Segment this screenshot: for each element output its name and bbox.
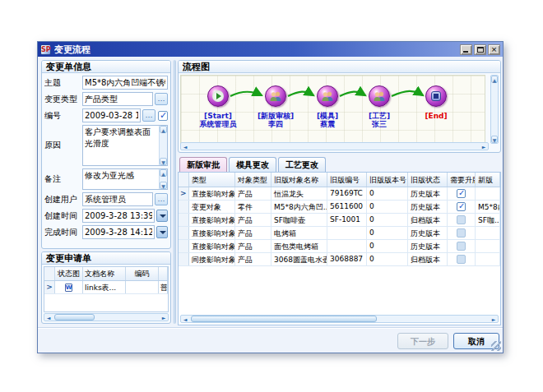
- remark-textarea[interactable]: 修改为亚光感: [83, 169, 159, 189]
- node-label-end: [End]: [403, 112, 469, 120]
- flow-node-craft[interactable]: [369, 85, 390, 107]
- table-row[interactable]: 间接影响对象 产品 3068圆盖电水壶 3068887 0 归档版本: [179, 253, 500, 266]
- flow-node-end[interactable]: [425, 85, 447, 107]
- status-icon-header[interactable]: 状态图: [55, 267, 83, 280]
- resize-grip[interactable]: [491, 341, 501, 351]
- number-label: 编号: [44, 110, 82, 122]
- doc-name-cell: links表...: [83, 281, 126, 293]
- users-icon: [321, 91, 334, 102]
- upgrade-checkbox[interactable]: [457, 255, 466, 264]
- change-process-window: SP 变更流程 × 变更单信息 主题 变更类型 … 编号: [37, 41, 504, 353]
- scroll-up-icon[interactable]: ▲: [491, 76, 498, 83]
- old-name-header[interactable]: 旧版对象名称: [272, 173, 327, 187]
- table-row[interactable]: > W links表... 普通: [44, 281, 168, 294]
- titlebar[interactable]: SP 变更流程 ×: [38, 42, 503, 57]
- new-name-header[interactable]: 新版: [476, 173, 500, 187]
- scroll-down-icon[interactable]: ▼: [160, 182, 167, 189]
- scroll-up-icon[interactable]: ▲: [160, 126, 167, 133]
- change-type-input[interactable]: [82, 92, 153, 106]
- end-icon: [431, 91, 441, 101]
- table-header-row: 状态图 文档名称 编码: [44, 267, 168, 281]
- tab-mold-change[interactable]: 模具更改: [229, 157, 276, 172]
- next-button[interactable]: 下一步: [397, 333, 448, 349]
- node-label-start: [Start]系统管理员: [185, 112, 251, 128]
- finish-time-label: 完成时间: [44, 227, 82, 238]
- flow-node-mold[interactable]: [317, 85, 338, 107]
- tabstrip: 新版审批 模具更改 工艺更改: [179, 157, 501, 172]
- creator-browse-button[interactable]: …: [155, 193, 168, 205]
- objects-table-hscrollbar[interactable]: ◄ ►: [180, 315, 499, 323]
- scroll-right-icon[interactable]: ►: [490, 316, 498, 322]
- code-header[interactable]: 编码: [126, 267, 159, 280]
- number-browse-button[interactable]: …: [142, 109, 155, 122]
- reason-textarea[interactable]: 客户要求调整表面光滑度: [83, 126, 159, 165]
- flow-node-review[interactable]: [265, 85, 286, 107]
- scroll-left-icon[interactable]: ◄: [181, 143, 189, 150]
- row-selector: >: [44, 281, 55, 293]
- close-button[interactable]: ×: [488, 44, 500, 55]
- group-title: 变更单信息: [42, 61, 170, 73]
- upgrade-checkbox[interactable]: [457, 242, 466, 251]
- users-icon: [373, 91, 386, 102]
- number-checkbox[interactable]: [158, 111, 168, 121]
- flow-node-start[interactable]: [207, 85, 229, 107]
- type-header[interactable]: 类型: [189, 173, 235, 187]
- reason-scrollbar[interactable]: ▲ ▼: [159, 126, 167, 165]
- old-status-header[interactable]: 旧版状态: [408, 173, 448, 187]
- flow-chart-group: 流程图: [178, 60, 501, 153]
- create-time-label: 创建时间: [44, 210, 82, 222]
- panel-splitter[interactable]: [173, 60, 176, 324]
- flow-hscrollbar[interactable]: ◄ ►: [180, 142, 489, 150]
- flow-vscrollbar[interactable]: ▲ ▼: [490, 75, 499, 144]
- tab-craft-change[interactable]: 工艺更改: [278, 157, 326, 172]
- create-time-dropdown-button[interactable]: [156, 210, 168, 222]
- upgrade-checkbox[interactable]: [457, 189, 466, 198]
- finish-time-input[interactable]: [82, 225, 155, 239]
- code-cell: [126, 281, 159, 293]
- table-row[interactable]: 变更对象 零件 M5*8内六角凹... 5611600 0 历史版本 M5*8内…: [179, 201, 500, 214]
- scroll-right-icon[interactable]: ►: [480, 143, 488, 150]
- tab-new-version-approval[interactable]: 新版审批: [179, 157, 227, 172]
- scroll-down-icon[interactable]: ▼: [491, 136, 498, 143]
- remark-label: 备注: [44, 173, 82, 185]
- change-type-browse-button[interactable]: …: [155, 93, 168, 105]
- upgrade-header[interactable]: 需要升版: [448, 173, 476, 187]
- scroll-left-icon[interactable]: ◄: [44, 314, 53, 321]
- finish-time-dropdown-button[interactable]: [156, 226, 168, 238]
- subject-input[interactable]: [82, 76, 168, 90]
- flow-canvas[interactable]: [Start]系统管理员 [新版审核]李四 [模具]蔡震 [工艺]张三 [End…: [180, 75, 485, 144]
- start-icon: [212, 90, 224, 102]
- upgrade-checkbox[interactable]: [457, 228, 466, 238]
- scroll-up-icon[interactable]: ▲: [160, 169, 167, 177]
- subject-label: 主题: [44, 77, 82, 89]
- table-row[interactable]: 直接影响对象 产品 SF咖啡壶 SF-1001 0 归档版本 SF咖...: [179, 214, 500, 227]
- table-row[interactable]: 直接影响对象 产品 电烤箱 0 历史版本: [179, 227, 500, 240]
- table-row[interactable]: 直接影响对象 产品 面包类电烤箱 0 历史版本: [179, 240, 500, 253]
- create-time-input[interactable]: [82, 209, 155, 223]
- table-row[interactable]: > 直接影响对象 产品 恒温龙头 79169TC 0 历史版本: [179, 187, 500, 201]
- old-ver-header[interactable]: 旧版版本号: [367, 173, 408, 187]
- reason-label: 原因: [44, 140, 82, 151]
- scroll-down-icon[interactable]: ▼: [160, 158, 167, 165]
- group-title: 流程图: [179, 61, 500, 73]
- creator-input[interactable]: [82, 192, 153, 206]
- scroll-left-icon[interactable]: ◄: [181, 316, 189, 322]
- scrollbar-thumb[interactable]: [54, 314, 95, 321]
- scroll-right-icon[interactable]: ►: [160, 314, 168, 321]
- upgrade-checkbox[interactable]: [457, 215, 466, 224]
- scrollbar-thumb[interactable]: [191, 316, 377, 322]
- old-code-header[interactable]: 旧版编号: [327, 173, 367, 187]
- doc-name-header[interactable]: 文档名称: [83, 267, 126, 280]
- window-title: 变更流程: [54, 44, 458, 56]
- app-icon: SP: [40, 44, 51, 55]
- minimize-button[interactable]: [460, 44, 472, 55]
- node-label-craft: [工艺]张三: [346, 112, 412, 128]
- obj-type-header[interactable]: 对象类型: [235, 173, 272, 187]
- users-icon: [269, 91, 282, 102]
- request-table-hscrollbar[interactable]: ◄ ►: [44, 313, 169, 321]
- upgrade-checkbox[interactable]: [457, 202, 466, 211]
- remark-scrollbar[interactable]: ▲ ▼: [159, 169, 167, 189]
- number-input[interactable]: [82, 108, 141, 122]
- row-selector: >: [179, 187, 189, 200]
- maximize-button[interactable]: [474, 44, 486, 55]
